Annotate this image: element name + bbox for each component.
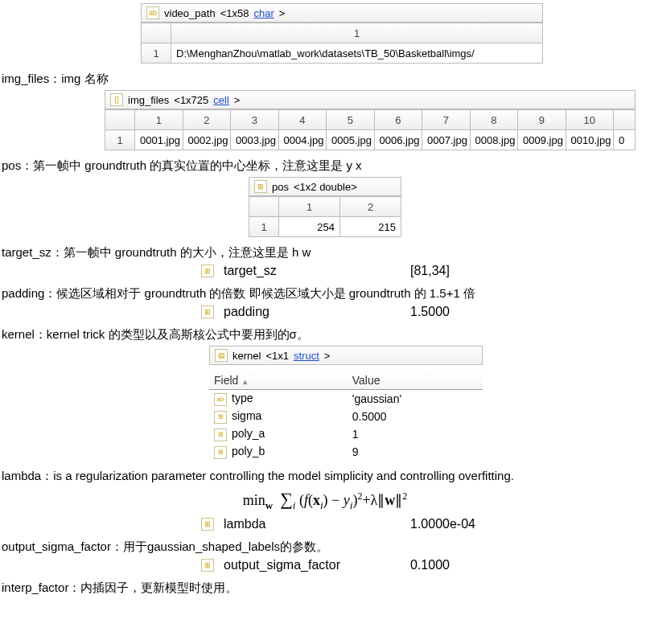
cell-value[interactable]: 254 (279, 217, 340, 237)
col-header: 2 (183, 110, 231, 130)
osf-desc: output_sigma_factor：用于gaussian_shaped_la… (0, 538, 650, 555)
col-header: 3 (231, 110, 279, 130)
var-name: target_sz (224, 264, 401, 278)
cell-value[interactable]: 0003.jpg (231, 130, 279, 150)
field-header[interactable]: Field▲ (209, 371, 348, 390)
col-header: 1 (171, 23, 543, 43)
workspace-row-target-sz[interactable]: ⊞ target_sz [81,34] (0, 264, 650, 278)
col-header: 1 (135, 110, 183, 130)
double-var-icon: ⊞ (214, 411, 227, 424)
cell-value[interactable]: 0004.jpg (278, 130, 327, 150)
padding-desc: padding：候选区域相对于 groundtruth 的倍数 即候选区域大小是… (0, 285, 650, 301)
row-header: 1 (105, 130, 135, 150)
var-name: pos (272, 181, 289, 193)
video-path-table: 1 1 D:\MenghanZhou\matlab_work\datasets\… (141, 23, 543, 64)
struct-row[interactable]: ⊞poly_b 9 (209, 443, 483, 461)
struct-var-icon: ▤ (215, 349, 228, 362)
double-var-icon: ⊞ (214, 446, 227, 459)
kernel-struct-table: Field▲ Value abtype 'gaussian' ⊞sigma 0.… (209, 371, 483, 461)
struct-row[interactable]: ⊞sigma 0.5000 (209, 408, 483, 425)
field-value: 1 (348, 425, 483, 443)
var-name: img_files (128, 94, 169, 106)
col-header: 2 (340, 197, 401, 217)
field-value: 'gaussian' (348, 390, 483, 408)
pos-table: 1 2 1 254 215 (249, 196, 401, 237)
cell-value[interactable]: 0008.jpg (470, 130, 518, 150)
field-value: 0.5000 (348, 408, 483, 425)
col-header: 8 (470, 110, 518, 130)
double-var-icon: ⊞ (201, 518, 214, 531)
cell-value[interactable]: 0001.jpg (135, 130, 183, 150)
target-sz-desc: target_sz：第一帧中 groundtruth 的大小，注意这里是 h w (0, 244, 650, 260)
field-name: poly_b (232, 445, 265, 457)
row-header: 1 (142, 43, 171, 64)
img-files-table: 1 2 3 4 5 6 7 8 9 10 1 0001.jpg 0002.jpg… (105, 109, 636, 150)
field-value: 9 (348, 443, 483, 461)
col-header: 5 (327, 110, 375, 130)
var-value: 0.1000 (410, 558, 650, 572)
col-header: 9 (518, 110, 566, 130)
value-header[interactable]: Value (348, 371, 483, 390)
cell-value[interactable]: 0010.jpg (566, 130, 614, 150)
field-name: sigma (232, 409, 261, 422)
workspace-row-osf[interactable]: ⊞ output_sigma_factor 0.1000 (0, 558, 650, 572)
var-value: 1.0000e-04 (410, 517, 650, 531)
cell-value[interactable]: D:\MenghanZhou\matlab_work\datasets\TB_5… (171, 43, 543, 64)
col-header: 4 (278, 110, 327, 130)
pos-desc: pos：第一帧中 groundtruth 的真实位置的中心坐标，注意这里是 y … (0, 157, 650, 174)
var-name: kernel (232, 350, 261, 362)
double-var-icon: ⊞ (214, 429, 227, 441)
double-var-icon: ⊞ (201, 559, 214, 572)
var-value: [81,34] (410, 264, 650, 278)
char-var-icon: ab (214, 393, 227, 406)
cell-value[interactable]: 0006.jpg (374, 130, 422, 150)
double-var-icon: ⊞ (201, 306, 214, 318)
cell-value[interactable]: 215 (340, 217, 401, 237)
col-header: 10 (566, 110, 614, 130)
double-var-icon: ⊞ (254, 180, 267, 193)
var-name: lambda (224, 517, 401, 531)
lambda-desc: lambda：is a regularization parameter con… (0, 467, 650, 484)
double-var-icon: ⊞ (201, 265, 214, 277)
row-header: 1 (249, 217, 279, 237)
struct-row[interactable]: ⊞poly_a 1 (209, 425, 483, 443)
type-link[interactable]: char (253, 7, 274, 19)
cell-value-overflow[interactable]: 0 (614, 130, 636, 150)
cell-value[interactable]: 0002.jpg (183, 130, 231, 150)
img-files-desc: img_files：img 名称 (0, 70, 650, 87)
workspace-row-padding[interactable]: ⊞ padding 1.5000 (0, 305, 650, 319)
cell-var-icon: {} (110, 93, 123, 106)
field-name: poly_a (232, 427, 265, 440)
col-header: 7 (422, 110, 471, 130)
char-var-icon: ab (146, 6, 159, 19)
kernel-desc: kernel：kernel trick 的类型以及高斯核公式中要用到的σ。 (0, 326, 650, 343)
var-name: output_sigma_factor (224, 558, 401, 572)
struct-row[interactable]: abtype 'gaussian' (209, 390, 483, 408)
workspace-row-lambda[interactable]: ⊞ lambda 1.0000e-04 (0, 517, 650, 531)
var-value: 1.5000 (410, 305, 650, 319)
cell-value[interactable]: 0007.jpg (422, 130, 471, 150)
lambda-formula: minw ∑i (f(xi) − yi)2+λ∥w∥2 (0, 489, 650, 512)
type-link[interactable]: struct (294, 350, 319, 362)
var-name: padding (224, 305, 401, 319)
sort-asc-icon: ▲ (241, 378, 249, 386)
interp-desc: interp_factor：内插因子，更新模型时使用。 (0, 579, 650, 596)
cell-value[interactable]: 0005.jpg (327, 130, 375, 150)
cell-value[interactable]: 0009.jpg (518, 130, 566, 150)
col-header: 6 (374, 110, 422, 130)
type-link[interactable]: cell (213, 94, 229, 106)
field-name: type (232, 392, 253, 404)
var-name: video_path (164, 7, 216, 19)
col-header: 1 (279, 197, 340, 217)
